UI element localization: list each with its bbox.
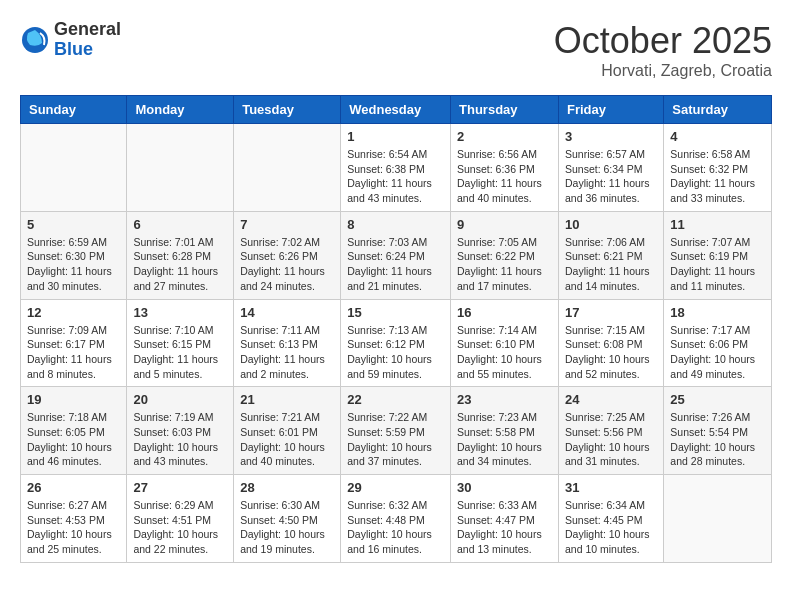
calendar-day-cell: 27Sunrise: 6:29 AMSunset: 4:51 PMDayligh… [127,475,234,563]
day-number: 23 [457,392,552,407]
day-info: Sunrise: 6:30 AMSunset: 4:50 PMDaylight:… [240,498,334,557]
day-number: 28 [240,480,334,495]
calendar-day-cell: 26Sunrise: 6:27 AMSunset: 4:53 PMDayligh… [21,475,127,563]
weekday-header-row: SundayMondayTuesdayWednesdayThursdayFrid… [21,96,772,124]
calendar-day-cell [664,475,772,563]
day-info: Sunrise: 6:32 AMSunset: 4:48 PMDaylight:… [347,498,444,557]
day-number: 11 [670,217,765,232]
day-info: Sunrise: 7:03 AMSunset: 6:24 PMDaylight:… [347,235,444,294]
calendar-day-cell: 4Sunrise: 6:58 AMSunset: 6:32 PMDaylight… [664,124,772,212]
calendar-day-cell: 17Sunrise: 7:15 AMSunset: 6:08 PMDayligh… [558,299,663,387]
day-info: Sunrise: 7:18 AMSunset: 6:05 PMDaylight:… [27,410,120,469]
weekday-header-saturday: Saturday [664,96,772,124]
day-info: Sunrise: 7:13 AMSunset: 6:12 PMDaylight:… [347,323,444,382]
calendar-day-cell: 25Sunrise: 7:26 AMSunset: 5:54 PMDayligh… [664,387,772,475]
day-info: Sunrise: 6:57 AMSunset: 6:34 PMDaylight:… [565,147,657,206]
day-number: 20 [133,392,227,407]
calendar-day-cell: 19Sunrise: 7:18 AMSunset: 6:05 PMDayligh… [21,387,127,475]
weekday-header-monday: Monday [127,96,234,124]
day-info: Sunrise: 6:27 AMSunset: 4:53 PMDaylight:… [27,498,120,557]
calendar-day-cell: 7Sunrise: 7:02 AMSunset: 6:26 PMDaylight… [234,211,341,299]
day-info: Sunrise: 7:26 AMSunset: 5:54 PMDaylight:… [670,410,765,469]
calendar-day-cell: 1Sunrise: 6:54 AMSunset: 6:38 PMDaylight… [341,124,451,212]
day-number: 18 [670,305,765,320]
calendar-day-cell: 10Sunrise: 7:06 AMSunset: 6:21 PMDayligh… [558,211,663,299]
day-number: 27 [133,480,227,495]
day-number: 6 [133,217,227,232]
calendar-day-cell [21,124,127,212]
calendar-day-cell: 12Sunrise: 7:09 AMSunset: 6:17 PMDayligh… [21,299,127,387]
day-number: 21 [240,392,334,407]
day-info: Sunrise: 7:14 AMSunset: 6:10 PMDaylight:… [457,323,552,382]
calendar-day-cell: 31Sunrise: 6:34 AMSunset: 4:45 PMDayligh… [558,475,663,563]
day-number: 7 [240,217,334,232]
day-info: Sunrise: 7:05 AMSunset: 6:22 PMDaylight:… [457,235,552,294]
calendar-day-cell: 13Sunrise: 7:10 AMSunset: 6:15 PMDayligh… [127,299,234,387]
calendar-day-cell: 9Sunrise: 7:05 AMSunset: 6:22 PMDaylight… [451,211,559,299]
day-number: 25 [670,392,765,407]
day-number: 24 [565,392,657,407]
day-info: Sunrise: 7:23 AMSunset: 5:58 PMDaylight:… [457,410,552,469]
weekday-header-wednesday: Wednesday [341,96,451,124]
calendar-day-cell: 16Sunrise: 7:14 AMSunset: 6:10 PMDayligh… [451,299,559,387]
calendar-table: SundayMondayTuesdayWednesdayThursdayFrid… [20,95,772,563]
weekday-header-sunday: Sunday [21,96,127,124]
day-number: 9 [457,217,552,232]
logo-blue-text: Blue [54,40,121,60]
day-number: 2 [457,129,552,144]
calendar-week-row: 12Sunrise: 7:09 AMSunset: 6:17 PMDayligh… [21,299,772,387]
day-info: Sunrise: 7:11 AMSunset: 6:13 PMDaylight:… [240,323,334,382]
day-number: 13 [133,305,227,320]
day-info: Sunrise: 7:19 AMSunset: 6:03 PMDaylight:… [133,410,227,469]
title-section: October 2025 Horvati, Zagreb, Croatia [554,20,772,80]
day-number: 5 [27,217,120,232]
calendar-day-cell: 14Sunrise: 7:11 AMSunset: 6:13 PMDayligh… [234,299,341,387]
day-number: 4 [670,129,765,144]
day-info: Sunrise: 6:56 AMSunset: 6:36 PMDaylight:… [457,147,552,206]
calendar-day-cell: 18Sunrise: 7:17 AMSunset: 6:06 PMDayligh… [664,299,772,387]
calendar-day-cell [127,124,234,212]
month-title: October 2025 [554,20,772,62]
day-number: 17 [565,305,657,320]
day-info: Sunrise: 6:59 AMSunset: 6:30 PMDaylight:… [27,235,120,294]
day-number: 19 [27,392,120,407]
day-number: 16 [457,305,552,320]
day-info: Sunrise: 7:06 AMSunset: 6:21 PMDaylight:… [565,235,657,294]
logo-text: General Blue [54,20,121,60]
calendar-day-cell: 23Sunrise: 7:23 AMSunset: 5:58 PMDayligh… [451,387,559,475]
day-info: Sunrise: 7:15 AMSunset: 6:08 PMDaylight:… [565,323,657,382]
day-number: 31 [565,480,657,495]
calendar-day-cell: 21Sunrise: 7:21 AMSunset: 6:01 PMDayligh… [234,387,341,475]
day-info: Sunrise: 7:07 AMSunset: 6:19 PMDaylight:… [670,235,765,294]
calendar-day-cell: 28Sunrise: 6:30 AMSunset: 4:50 PMDayligh… [234,475,341,563]
calendar-day-cell: 11Sunrise: 7:07 AMSunset: 6:19 PMDayligh… [664,211,772,299]
day-info: Sunrise: 7:09 AMSunset: 6:17 PMDaylight:… [27,323,120,382]
calendar-week-row: 19Sunrise: 7:18 AMSunset: 6:05 PMDayligh… [21,387,772,475]
calendar-day-cell: 5Sunrise: 6:59 AMSunset: 6:30 PMDaylight… [21,211,127,299]
calendar-day-cell: 20Sunrise: 7:19 AMSunset: 6:03 PMDayligh… [127,387,234,475]
location: Horvati, Zagreb, Croatia [554,62,772,80]
calendar-day-cell: 22Sunrise: 7:22 AMSunset: 5:59 PMDayligh… [341,387,451,475]
calendar-day-cell: 6Sunrise: 7:01 AMSunset: 6:28 PMDaylight… [127,211,234,299]
day-info: Sunrise: 7:17 AMSunset: 6:06 PMDaylight:… [670,323,765,382]
day-number: 29 [347,480,444,495]
day-number: 15 [347,305,444,320]
logo-general-text: General [54,20,121,40]
calendar-day-cell [234,124,341,212]
day-info: Sunrise: 6:58 AMSunset: 6:32 PMDaylight:… [670,147,765,206]
day-number: 8 [347,217,444,232]
day-info: Sunrise: 7:25 AMSunset: 5:56 PMDaylight:… [565,410,657,469]
logo-icon [20,25,50,55]
weekday-header-thursday: Thursday [451,96,559,124]
day-info: Sunrise: 6:54 AMSunset: 6:38 PMDaylight:… [347,147,444,206]
day-number: 22 [347,392,444,407]
calendar-week-row: 5Sunrise: 6:59 AMSunset: 6:30 PMDaylight… [21,211,772,299]
calendar-day-cell: 24Sunrise: 7:25 AMSunset: 5:56 PMDayligh… [558,387,663,475]
day-info: Sunrise: 7:21 AMSunset: 6:01 PMDaylight:… [240,410,334,469]
calendar-day-cell: 29Sunrise: 6:32 AMSunset: 4:48 PMDayligh… [341,475,451,563]
day-number: 26 [27,480,120,495]
calendar-day-cell: 8Sunrise: 7:03 AMSunset: 6:24 PMDaylight… [341,211,451,299]
calendar-day-cell: 3Sunrise: 6:57 AMSunset: 6:34 PMDaylight… [558,124,663,212]
weekday-header-tuesday: Tuesday [234,96,341,124]
calendar-day-cell: 15Sunrise: 7:13 AMSunset: 6:12 PMDayligh… [341,299,451,387]
